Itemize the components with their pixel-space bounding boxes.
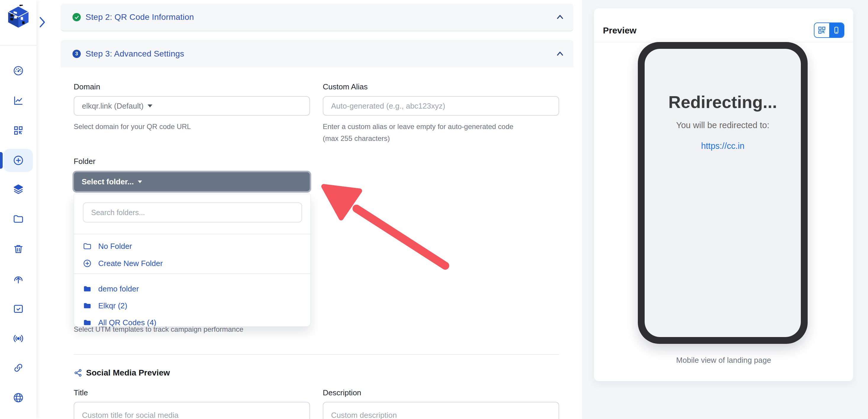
domain-selected-value: elkqr.link (Default) <box>82 101 144 111</box>
sidebar-item-domains[interactable] <box>0 392 36 403</box>
folder-option-label: No Folder <box>98 242 132 251</box>
sidebar-item-create-new[interactable] <box>0 154 36 166</box>
folder-option-no-folder[interactable]: No Folder <box>74 238 310 255</box>
globe-icon <box>13 392 24 403</box>
qr-code-icon <box>13 125 24 136</box>
app-logo[interactable] <box>6 5 30 28</box>
folder-dropdown: No Folder Create New Folder demo folder … <box>74 194 311 327</box>
sidebar-divider <box>0 45 36 46</box>
folder-icon <box>13 213 24 225</box>
step2-title: Step 2: QR Code Information <box>86 12 194 22</box>
step2-section[interactable]: Step 2: QR Code Information <box>61 4 574 31</box>
folder-filled-icon <box>83 318 92 327</box>
sidebar-item-layers[interactable] <box>0 183 36 195</box>
folder-select-button[interactable]: Select folder... <box>72 171 311 192</box>
preview-view-toggle <box>814 23 844 38</box>
step2-done-badge <box>72 13 81 21</box>
social-description-input[interactable] <box>323 402 559 419</box>
section-divider <box>74 354 559 355</box>
check-icon <box>74 15 79 20</box>
caret-down-icon <box>138 180 142 183</box>
preview-panel: Preview Redirecting... You will be redir… <box>594 8 853 381</box>
sidebar-item-links[interactable] <box>0 362 36 374</box>
folder-filled-icon <box>83 285 92 293</box>
link-icon <box>13 362 24 373</box>
preview-title: Preview <box>603 25 637 35</box>
sidebar-item-qr-codes[interactable] <box>0 125 36 137</box>
sidebar-item-tasks[interactable] <box>0 303 36 315</box>
calendar-check-icon <box>13 303 24 314</box>
domain-label: Domain <box>74 82 100 91</box>
social-media-preview-heading: Social Media Preview <box>74 368 170 378</box>
mobile-view-button[interactable] <box>829 23 844 37</box>
phone-screen: Redirecting... You will be redirected to… <box>645 49 801 337</box>
folder-outline-icon <box>83 242 92 251</box>
domain-helper: Select domain for your QR code URL <box>74 121 191 132</box>
broadcast-icon <box>13 333 24 344</box>
folder-item-label: Elkqr (2) <box>98 301 127 310</box>
sidebar-item-folders[interactable] <box>0 213 36 225</box>
social-description-label: Description <box>323 388 361 397</box>
upload-cloud-icon <box>13 273 24 285</box>
dashboard-icon <box>13 65 24 76</box>
folder-option-create-new[interactable]: Create New Folder <box>74 255 310 272</box>
folder-item-demo-folder[interactable]: demo folder <box>74 280 310 297</box>
plus-circle-icon <box>83 259 92 268</box>
smartphone-icon <box>833 26 840 34</box>
share-icon <box>74 368 83 377</box>
dropdown-divider <box>74 273 310 274</box>
phone-caption: Mobile view of landing page <box>594 356 853 365</box>
chevron-right-icon <box>38 17 46 28</box>
sidebar-item-analytics[interactable] <box>0 95 36 107</box>
app-root: { "sidebar": { "logo": "elkqr-cube-logo"… <box>0 0 868 419</box>
qr-code-icon <box>818 26 826 34</box>
custom-alias-label: Custom Alias <box>323 82 368 91</box>
redirect-subheading: You will be redirected to: <box>645 120 801 130</box>
folder-item-label: All QR Codes (4) <box>98 318 156 327</box>
custom-alias-input[interactable] <box>323 96 559 116</box>
dropdown-divider <box>74 234 310 234</box>
sidebar-item-broadcast[interactable] <box>0 333 36 345</box>
sidebar-item-dashboard[interactable] <box>0 65 36 77</box>
caret-down-icon <box>148 104 152 108</box>
redirecting-heading: Redirecting... <box>645 92 801 112</box>
social-heading-text: Social Media Preview <box>86 368 170 378</box>
custom-alias-helper: Enter a custom alias or leave empty for … <box>323 121 530 144</box>
chevron-up-icon[interactable] <box>555 49 565 59</box>
folder-option-label: Create New Folder <box>98 259 163 268</box>
analytics-icon <box>13 95 24 106</box>
folder-select-label: Select folder... <box>82 177 134 186</box>
folder-label: Folder <box>74 157 96 166</box>
redirect-link[interactable]: https://cc.in <box>645 141 801 151</box>
sidebar-item-trash[interactable] <box>0 243 36 255</box>
folder-item-all-qr-codes[interactable]: All QR Codes (4) <box>74 314 310 327</box>
sidebar-item-upload[interactable] <box>0 273 36 285</box>
step3-number-badge: 3 <box>72 50 81 58</box>
folder-item-label: demo folder <box>98 285 139 294</box>
domain-select[interactable]: elkqr.link (Default) <box>74 96 310 116</box>
social-title-input[interactable] <box>74 402 310 419</box>
sidebar <box>0 0 36 419</box>
sidebar-expand-button[interactable] <box>38 16 47 29</box>
plus-circle-icon <box>13 155 24 166</box>
phone-mockup: Redirecting... You will be redirected to… <box>638 42 808 344</box>
qr-view-button[interactable] <box>814 23 829 37</box>
folder-item-elkqr[interactable]: Elkqr (2) <box>74 297 310 314</box>
folder-filled-icon <box>83 301 92 310</box>
layers-icon <box>13 183 24 195</box>
trash-icon <box>13 243 24 255</box>
social-title-label: Title <box>74 388 88 397</box>
chevron-up-icon[interactable] <box>555 12 565 22</box>
step3-section-header[interactable]: 3 Step 3: Advanced Settings <box>61 40 574 67</box>
step3-title: Step 3: Advanced Settings <box>86 49 184 59</box>
folder-search-input[interactable] <box>83 202 302 222</box>
